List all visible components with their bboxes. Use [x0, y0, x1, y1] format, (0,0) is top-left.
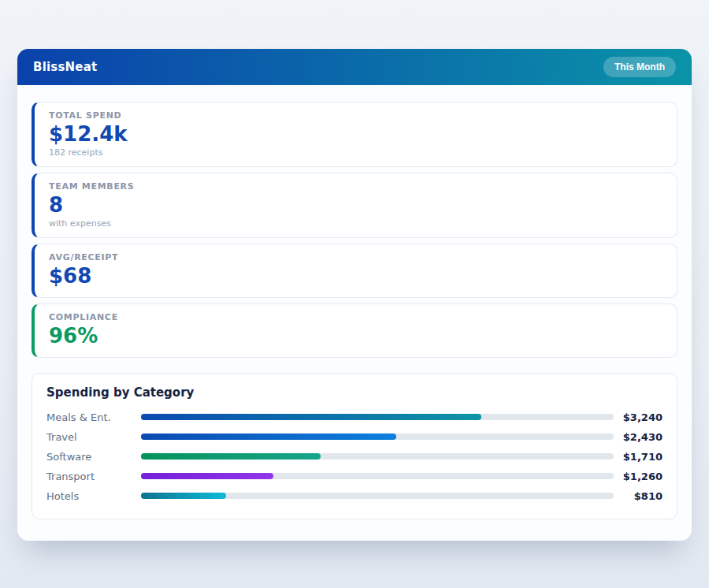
chart-rows: Meals & Ent. $3,240 Travel $2,430 Softwa… — [46, 408, 663, 506]
stat-label: COMPLIANCE — [49, 312, 663, 322]
chart-row: Travel $2,430 — [46, 427, 663, 447]
period-badge[interactable]: This Month — [603, 57, 676, 77]
category-label: Hotels — [46, 490, 141, 502]
value-label: $2,430 — [614, 431, 663, 443]
stat-subtext: 182 receipts — [49, 147, 663, 158]
bar-fill — [141, 453, 321, 460]
chart-row: Hotels $810 — [46, 486, 663, 506]
stats-list: TOTAL SPEND $12.4k 182 receipts TEAM MEM… — [32, 102, 677, 358]
value-label: $3,240 — [614, 411, 663, 423]
bar-track — [141, 414, 614, 420]
chart-row: Meals & Ent. $3,240 — [46, 408, 663, 427]
bar-fill — [141, 414, 481, 420]
bar-track — [141, 473, 614, 479]
bar-fill — [141, 434, 396, 440]
stat-label: TEAM MEMBERS — [49, 181, 663, 192]
category-label: Travel — [46, 431, 141, 443]
stat-card: TEAM MEMBERS 8 with expenses — [32, 173, 677, 238]
page: { "app": { "title": "BlissNeat", "period… — [0, 0, 709, 588]
stat-card: COMPLIANCE 96% — [32, 303, 677, 358]
value-label: $1,710 — [614, 451, 663, 463]
chart-row: Software $1,710 — [46, 447, 663, 467]
stat-subtext: with expenses — [49, 218, 663, 229]
bar-track — [141, 453, 614, 460]
stat-card: TOTAL SPEND $12.4k 182 receipts — [32, 102, 677, 167]
bar-fill — [141, 473, 273, 479]
value-label: $810 — [614, 490, 663, 502]
bar-track — [141, 434, 614, 440]
category-label: Transport — [46, 471, 141, 482]
chart-row: Transport $1,260 — [46, 467, 663, 486]
category-label: Meals & Ent. — [46, 411, 141, 423]
stat-value: $68 — [49, 265, 663, 288]
dashboard-panel: BlissNeat This Month TOTAL SPEND $12.4k … — [17, 49, 692, 541]
chart-title: Spending by Category — [46, 385, 663, 400]
stat-value: 96% — [49, 325, 663, 348]
stat-card: AVG/RECEIPT $68 — [32, 244, 677, 298]
stat-value: $12.4k — [49, 123, 663, 147]
stat-value: 8 — [49, 194, 663, 218]
app-header: BlissNeat This Month — [17, 49, 692, 85]
bar-fill — [141, 493, 226, 499]
bar-track — [141, 493, 614, 499]
value-label: $1,260 — [614, 471, 663, 482]
panel-content: TOTAL SPEND $12.4k 182 receipts TEAM MEM… — [17, 85, 692, 519]
category-label: Software — [46, 451, 141, 463]
app-title: BlissNeat — [33, 60, 97, 74]
spending-chart-card: Spending by Category Meals & Ent. $3,240… — [32, 373, 677, 519]
stat-label: TOTAL SPEND — [49, 110, 663, 121]
stat-label: AVG/RECEIPT — [49, 252, 663, 262]
